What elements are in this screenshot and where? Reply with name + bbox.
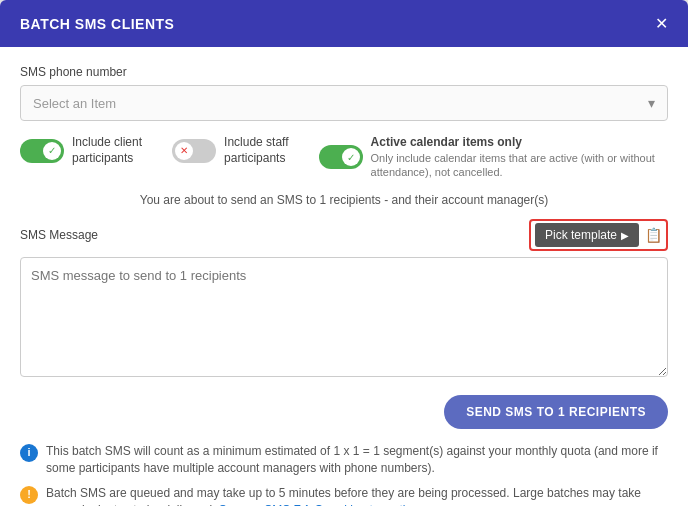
active-calendar-label-group: Active calendar items only Only include … xyxy=(371,135,668,179)
warning-icon: ! xyxy=(20,486,38,504)
pick-template-area: Pick template ▶ 📋 xyxy=(529,219,668,251)
active-calendar-toggle-group: ✓ Active calendar items only Only includ… xyxy=(319,135,668,179)
include-staff-label: Include staffparticipants xyxy=(224,135,289,166)
pick-template-label: Pick template xyxy=(545,228,617,242)
toggle-track-active: ✓ xyxy=(319,145,363,169)
info-note-queue: ! Batch SMS are queued and may take up t… xyxy=(20,485,668,506)
chevron-down-icon: ▾ xyxy=(648,95,655,111)
toggle-track-off: ✕ xyxy=(172,139,216,163)
include-client-label: Include clientparticipants xyxy=(72,135,142,166)
active-calendar-sublabel: Only include calendar items that are act… xyxy=(371,151,668,180)
send-sms-button[interactable]: SEND SMS TO 1 RECIPIENTS xyxy=(444,395,668,429)
copy-icon[interactable]: 📋 xyxy=(645,227,662,243)
info-note-queue-text: Batch SMS are queued and may take up to … xyxy=(46,485,668,506)
include-staff-toggle[interactable]: ✕ xyxy=(172,139,216,163)
close-icon[interactable]: ✕ xyxy=(655,14,668,33)
sms-faq-link[interactable]: See our SMS F.A.Q and best practices xyxy=(219,503,424,506)
active-calendar-title: Active calendar items only xyxy=(371,135,668,151)
sms-message-textarea[interactable] xyxy=(20,257,668,377)
toggle-thumb-active: ✓ xyxy=(342,148,360,166)
toggles-row: ✓ Include clientparticipants ✕ Include s… xyxy=(20,135,668,179)
phone-number-placeholder: Select an Item xyxy=(33,96,116,111)
phone-number-select[interactable]: Select an Item ▾ xyxy=(20,85,668,121)
batch-sms-modal: BATCH SMS CLIENTS ✕ SMS phone number Sel… xyxy=(0,0,688,506)
arrow-right-icon: ▶ xyxy=(621,230,629,241)
info-notes: i This batch SMS will count as a minimum… xyxy=(20,443,668,506)
info-icon: i xyxy=(20,444,38,462)
sms-message-label: SMS Message xyxy=(20,228,98,242)
sms-message-header: SMS Message Pick template ▶ 📋 xyxy=(20,219,668,251)
toggle-track-on: ✓ xyxy=(20,139,64,163)
info-note-quota-text: This batch SMS will count as a minimum e… xyxy=(46,443,668,477)
toggle-thumb: ✓ xyxy=(43,142,61,160)
include-client-toggle[interactable]: ✓ xyxy=(20,139,64,163)
modal-title: BATCH SMS CLIENTS xyxy=(20,16,174,32)
include-client-toggle-group: ✓ Include clientparticipants xyxy=(20,135,142,166)
phone-number-label: SMS phone number xyxy=(20,65,668,79)
toggle-thumb-off: ✕ xyxy=(175,142,193,160)
send-button-row: SEND SMS TO 1 RECIPIENTS xyxy=(20,395,668,429)
info-text: You are about to send an SMS to 1 recipi… xyxy=(20,193,668,207)
info-note-quota: i This batch SMS will count as a minimum… xyxy=(20,443,668,477)
active-calendar-toggle[interactable]: ✓ xyxy=(319,145,363,169)
pick-template-button[interactable]: Pick template ▶ xyxy=(535,223,639,247)
include-staff-toggle-group: ✕ Include staffparticipants xyxy=(172,135,289,166)
modal-header: BATCH SMS CLIENTS ✕ xyxy=(0,0,688,47)
modal-body: SMS phone number Select an Item ▾ ✓ Incl… xyxy=(0,47,688,506)
